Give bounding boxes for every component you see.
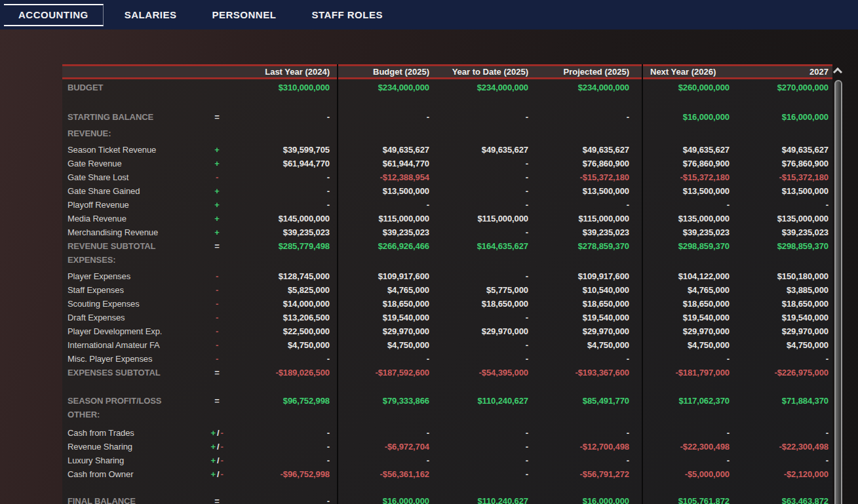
value-cell: -$5,000,000 bbox=[643, 469, 738, 479]
column-header: Budget (2025) bbox=[338, 67, 438, 77]
sign-glyph: - bbox=[216, 354, 218, 364]
row-label: EXPENSES SUBTOTAL bbox=[62, 368, 203, 378]
value-cell: $39,235,023 bbox=[338, 227, 438, 237]
value-cell: $16,000,000 bbox=[338, 496, 438, 504]
value-cell: $29,970,000 bbox=[738, 326, 832, 336]
row-label: Gate Share Gained bbox=[62, 186, 203, 196]
row-label: Merchandising Revenue bbox=[62, 227, 203, 237]
value-cell: - bbox=[738, 428, 832, 438]
value-cell: $19,540,000 bbox=[537, 313, 643, 322]
row-sign: + bbox=[203, 186, 231, 196]
value-cell: $39,235,023 bbox=[643, 227, 738, 237]
value-cell: $150,180,000 bbox=[738, 271, 832, 281]
vertical-scrollbar[interactable] bbox=[832, 64, 846, 504]
value-cell: -$6,972,704 bbox=[338, 442, 438, 452]
value-cell: - bbox=[231, 200, 338, 210]
tab-salaries[interactable]: SALARIES bbox=[110, 4, 191, 26]
value-cell: $18,650,000 bbox=[738, 299, 832, 309]
value-cell: - bbox=[438, 354, 537, 364]
value-cell: -$12,388,954 bbox=[338, 172, 438, 182]
value-cell: $266,926,466 bbox=[338, 241, 438, 251]
row-label: FINAL BALANCE bbox=[62, 496, 203, 504]
row-label: Cash from Owner bbox=[62, 469, 203, 479]
table-row: REVENUE: bbox=[62, 126, 832, 140]
table-row: BUDGET$310,000,000$234,000,000$234,000,0… bbox=[62, 81, 832, 94]
table-row: REVENUE SUBTOTAL=$285,779,498$266,926,46… bbox=[62, 239, 832, 253]
table-row: Misc. Player Expenses------- bbox=[62, 352, 832, 366]
tab-personnel[interactable]: PERSONNEL bbox=[198, 4, 291, 26]
row-sign: - bbox=[203, 299, 231, 309]
row-label: Playoff Revenue bbox=[62, 200, 203, 210]
table-row: EXPENSES SUBTOTAL=-$189,026,500-$187,592… bbox=[62, 366, 832, 379]
sign-glyph: - bbox=[216, 326, 218, 336]
value-cell: -$2,120,000 bbox=[738, 469, 832, 479]
row-label: OTHER: bbox=[62, 410, 203, 419]
table-row: STARTING BALANCE=----$16,000,000$16,000,… bbox=[62, 110, 832, 124]
row-sign: - bbox=[203, 271, 231, 281]
sign-glyph: - bbox=[216, 285, 218, 295]
value-cell: - bbox=[537, 112, 643, 122]
row-sign: + bbox=[203, 159, 231, 168]
value-cell: $4,750,000 bbox=[643, 340, 738, 350]
row-sign: - bbox=[203, 326, 231, 336]
value-cell: - bbox=[438, 313, 537, 322]
value-cell: $4,765,000 bbox=[643, 285, 738, 295]
row-sign: - bbox=[203, 354, 231, 364]
value-cell: $115,000,000 bbox=[438, 214, 537, 223]
row-label: International Amateur FA bbox=[62, 340, 203, 350]
sign-glyph: - bbox=[216, 271, 218, 281]
value-cell: - bbox=[643, 428, 738, 438]
sign-glyph: - bbox=[216, 172, 218, 182]
value-cell: $76,860,900 bbox=[537, 159, 643, 168]
row-label: Player Development Exp. bbox=[62, 326, 203, 336]
value-cell: -$189,026,500 bbox=[231, 368, 338, 378]
scrollbar-thumb[interactable] bbox=[834, 80, 842, 504]
value-cell: - bbox=[231, 442, 338, 452]
sign-glyph: + bbox=[214, 145, 220, 155]
value-cell: $110,240,627 bbox=[438, 496, 537, 504]
chevron-up-icon bbox=[833, 68, 842, 77]
table-row: Revenue Sharing+/---$6,972,704--$12,700,… bbox=[62, 440, 832, 454]
sign-glyph: - bbox=[216, 299, 218, 309]
value-cell: $13,500,000 bbox=[338, 186, 438, 196]
value-cell: -$181,797,000 bbox=[643, 368, 738, 378]
value-cell: -$56,791,272 bbox=[537, 469, 643, 479]
row-label: Media Revenue bbox=[62, 214, 203, 223]
value-cell: $19,540,000 bbox=[643, 313, 738, 322]
row-sign: - bbox=[203, 340, 231, 350]
value-cell: -$226,975,000 bbox=[738, 368, 832, 378]
tab-staff-roles[interactable]: STAFF ROLES bbox=[297, 4, 397, 26]
sign-glyph: - bbox=[216, 340, 218, 350]
value-cell: $79,333,866 bbox=[338, 396, 438, 406]
value-cell: $115,000,000 bbox=[537, 214, 643, 223]
row-spacer bbox=[62, 379, 832, 394]
value-cell: - bbox=[643, 354, 738, 364]
value-cell: - bbox=[738, 200, 832, 210]
table-row: Gate Share Lost---$12,388,954--$15,372,1… bbox=[62, 170, 832, 184]
value-cell: -$15,372,180 bbox=[738, 172, 832, 182]
tab-bar: ACCOUNTINGSALARIESPERSONNELSTAFF ROLES bbox=[0, 0, 858, 29]
row-label: Cash from Trades bbox=[62, 428, 203, 438]
tab-accounting[interactable]: ACCOUNTING bbox=[4, 4, 104, 26]
sign-glyph: + bbox=[210, 469, 216, 479]
value-cell: - bbox=[643, 456, 738, 465]
value-cell: - bbox=[231, 186, 338, 196]
value-cell: $4,750,000 bbox=[338, 340, 438, 350]
sign-glyph: = bbox=[214, 241, 220, 251]
value-cell: -$12,700,498 bbox=[537, 442, 643, 452]
value-cell: - bbox=[438, 271, 537, 281]
value-cell: - bbox=[231, 496, 338, 504]
scroll-up-button[interactable] bbox=[832, 66, 846, 77]
table-row: Cash from Trades+/------- bbox=[62, 426, 832, 440]
value-cell: $18,650,000 bbox=[537, 299, 643, 309]
row-label: Revenue Sharing bbox=[62, 442, 203, 452]
value-cell: $110,240,627 bbox=[438, 396, 537, 406]
value-cell: $4,765,000 bbox=[338, 285, 438, 295]
value-cell: - bbox=[438, 186, 537, 196]
sign-glyph: - bbox=[220, 456, 223, 465]
value-cell: $22,500,000 bbox=[231, 326, 338, 336]
sign-glyph: = bbox=[214, 112, 220, 122]
value-cell: $13,500,000 bbox=[738, 186, 832, 196]
value-cell: $49,635,627 bbox=[338, 145, 438, 155]
value-cell: $71,884,370 bbox=[738, 396, 832, 406]
